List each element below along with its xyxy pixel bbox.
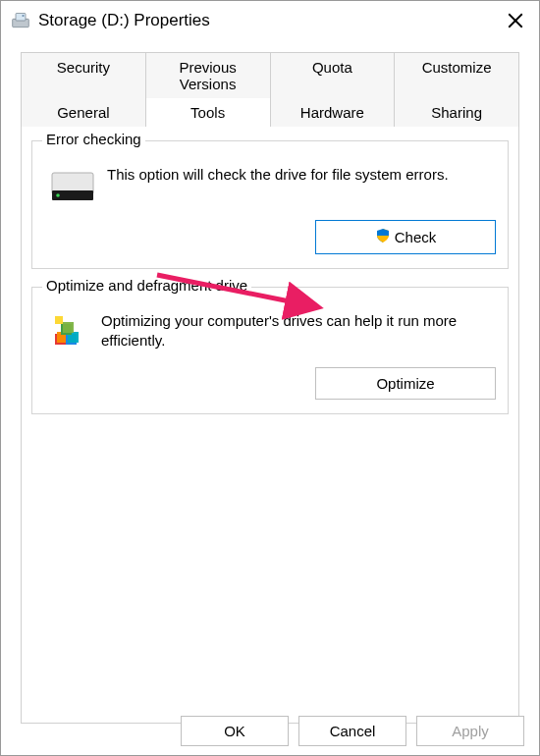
check-button-label: Check bbox=[395, 229, 437, 245]
error-checking-description: This option will check the drive for fil… bbox=[107, 165, 496, 185]
optimize-description: Optimizing your computer's drives can he… bbox=[101, 311, 496, 351]
group-error-checking: Error checking This option will check th… bbox=[31, 140, 509, 269]
window-title: Storage (D:) Properties bbox=[38, 11, 502, 30]
shield-icon bbox=[375, 228, 391, 246]
group-optimize: Optimize and defragment drive bbox=[31, 287, 509, 414]
defrag-icon bbox=[50, 311, 89, 351]
dialog-button-bar: OK Cancel Apply bbox=[181, 716, 524, 746]
tab-hardware[interactable]: Hardware bbox=[271, 98, 396, 127]
titlebar: Storage (D:) Properties bbox=[1, 1, 539, 40]
tab-sharing[interactable]: Sharing bbox=[395, 98, 519, 127]
tab-customize[interactable]: Customize bbox=[395, 52, 519, 98]
tabs-container: Security Previous Versions Quota Customi… bbox=[1, 40, 539, 724]
tab-quota[interactable]: Quota bbox=[271, 52, 396, 98]
tab-general[interactable]: General bbox=[21, 98, 146, 127]
svg-point-7 bbox=[56, 193, 60, 197]
ok-button[interactable]: OK bbox=[181, 716, 289, 746]
tab-previous-versions[interactable]: Previous Versions bbox=[146, 52, 271, 98]
svg-rect-13 bbox=[63, 322, 74, 333]
group-error-checking-legend: Error checking bbox=[42, 131, 145, 147]
svg-rect-14 bbox=[55, 316, 63, 324]
tab-tools[interactable]: Tools bbox=[146, 98, 271, 127]
drive-icon bbox=[11, 11, 30, 30]
close-button[interactable] bbox=[502, 7, 529, 34]
svg-rect-1 bbox=[16, 14, 26, 22]
drive-ssd-icon bbox=[50, 169, 95, 204]
svg-rect-2 bbox=[23, 15, 25, 17]
apply-button[interactable]: Apply bbox=[416, 716, 524, 746]
optimize-button-label: Optimize bbox=[376, 375, 434, 392]
cancel-button[interactable]: Cancel bbox=[298, 716, 406, 746]
close-icon bbox=[507, 12, 524, 29]
tab-content-tools: Error checking This option will check th… bbox=[21, 127, 519, 724]
check-button[interactable]: Check bbox=[315, 220, 496, 254]
optimize-button[interactable]: Optimize bbox=[315, 367, 496, 400]
tab-security[interactable]: Security bbox=[21, 52, 146, 98]
group-optimize-legend: Optimize and defragment drive bbox=[42, 277, 251, 294]
